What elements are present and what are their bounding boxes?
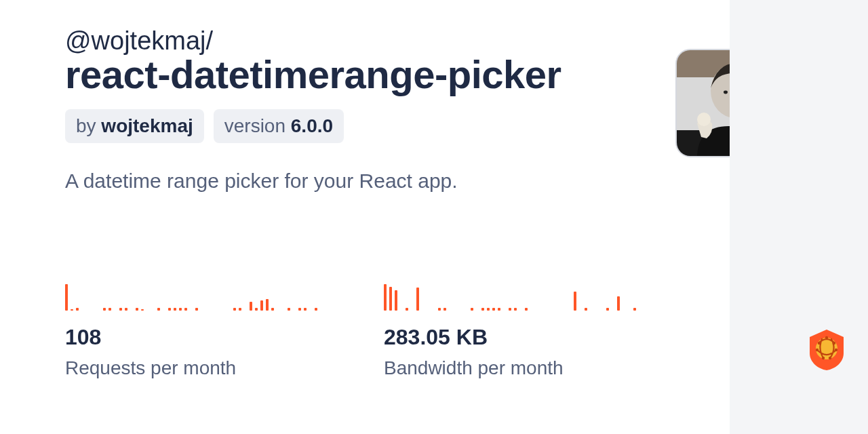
spark-bar — [606, 308, 609, 311]
spark-bar — [157, 308, 160, 311]
stats-row: 108 Requests per month 283.05 KB Bandwid… — [65, 270, 703, 379]
spark-bar — [260, 300, 263, 311]
spark-bar — [525, 308, 528, 311]
spark-bar — [498, 308, 500, 311]
svg-point-12 — [829, 357, 831, 359]
requests-stat: 108 Requests per month — [65, 270, 384, 379]
requests-label: Requests per month — [65, 357, 384, 379]
package-scope: @wojtekmaj/ — [65, 27, 730, 56]
main-content: @wojtekmaj/ react-datetimerange-picker b… — [0, 0, 730, 434]
spark-bar — [492, 308, 495, 311]
svg-point-8 — [833, 342, 835, 344]
spark-bar — [255, 308, 258, 311]
spark-bar — [239, 308, 241, 311]
bandwidth-sparkline — [384, 270, 703, 311]
spark-bar — [304, 308, 307, 311]
version-prefix: version — [224, 115, 291, 136]
bandwidth-label: Bandwidth per month — [384, 357, 703, 379]
spark-bar — [416, 288, 419, 311]
author-prefix: by — [76, 115, 101, 136]
svg-point-5 — [697, 113, 711, 126]
spark-bar — [65, 284, 68, 311]
spark-bar — [136, 308, 138, 311]
spark-bar — [108, 308, 111, 311]
svg-point-11 — [822, 357, 825, 359]
spark-bar — [195, 308, 198, 311]
spark-bar — [233, 308, 236, 311]
package-description: A datetime range picker for your React a… — [65, 167, 730, 194]
right-sidebar — [730, 0, 868, 434]
spark-bar — [384, 284, 387, 311]
spark-bar — [406, 308, 408, 311]
spark-bar — [389, 287, 392, 311]
spark-bar — [509, 308, 511, 311]
spark-bar — [168, 308, 171, 311]
spark-bar — [298, 308, 301, 311]
requests-value: 108 — [65, 326, 384, 349]
spark-bar — [266, 299, 269, 311]
author-name: wojtekmaj — [101, 115, 193, 136]
svg-point-10 — [835, 349, 837, 351]
spark-bar — [141, 309, 144, 311]
spark-bar — [438, 308, 441, 311]
spark-bar — [617, 296, 620, 311]
version-value: 6.0.0 — [291, 115, 333, 136]
spark-bar — [76, 308, 79, 311]
spark-bar — [574, 292, 576, 311]
spark-bar — [125, 308, 127, 311]
spark-bar — [443, 308, 446, 311]
requests-sparkline — [65, 270, 384, 311]
author-chip[interactable]: by wojtekmaj — [65, 109, 204, 144]
spark-bar — [585, 308, 587, 311]
bandwidth-value: 283.05 KB — [384, 326, 703, 349]
bandwidth-stat: 283.05 KB Bandwidth per month — [384, 270, 703, 379]
spark-bar — [119, 308, 122, 311]
spark-bar — [487, 308, 490, 311]
spark-bar — [271, 308, 274, 311]
version-chip[interactable]: version 6.0.0 — [214, 109, 344, 144]
spark-bar — [179, 308, 182, 311]
spark-bar — [71, 309, 73, 311]
spark-bar — [395, 290, 397, 311]
meta-chips: by wojtekmaj version 6.0.0 — [65, 109, 730, 144]
svg-point-4 — [724, 91, 728, 94]
spark-bar — [315, 308, 317, 311]
spark-bar — [514, 308, 517, 311]
spark-bar — [481, 308, 484, 311]
jsdelivr-logo-icon — [807, 328, 846, 372]
spark-bar — [174, 308, 176, 311]
spark-bar — [103, 308, 106, 311]
spark-bar — [184, 308, 187, 311]
package-name: react-datetimerange-picker — [65, 54, 730, 96]
spark-bar — [288, 308, 290, 311]
svg-point-13 — [825, 336, 828, 339]
spark-bar — [250, 302, 252, 311]
spark-bar — [633, 308, 636, 311]
spark-bar — [471, 308, 473, 311]
svg-point-9 — [816, 349, 818, 351]
svg-point-7 — [818, 342, 821, 344]
